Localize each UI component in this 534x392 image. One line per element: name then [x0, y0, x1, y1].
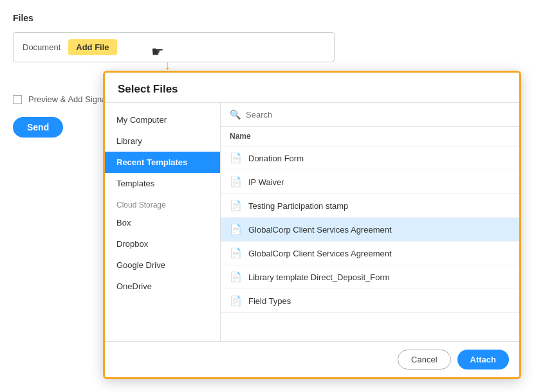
sidebar-item-box[interactable]: Box — [105, 212, 220, 233]
sidebar-item-google-drive[interactable]: Google Drive — [105, 254, 220, 276]
file-row[interactable]: 📄 Library template Direct_Deposit_Form — [221, 265, 519, 289]
file-row[interactable]: 📄 Donation Form — [221, 147, 519, 170]
file-row[interactable]: 📄 Field Types — [221, 289, 519, 313]
file-name: GlobalCorp Client Services Agreement — [248, 249, 392, 258]
send-button[interactable]: Send — [13, 117, 63, 138]
cancel-button[interactable]: Cancel — [398, 350, 450, 370]
file-name: IP Waiver — [248, 177, 284, 187]
sidebar-item-library[interactable]: Library — [105, 130, 220, 152]
select-files-dialog: Select Files My Computer Library Recent … — [103, 71, 521, 379]
file-icon: 📄 — [230, 152, 242, 164]
file-row-selected[interactable]: 📄 GlobalCorp Client Services Agreement — [221, 218, 519, 242]
search-input[interactable] — [246, 110, 510, 120]
file-row[interactable]: 📄 IP Waiver — [221, 170, 519, 194]
file-icon: 📄 — [230, 224, 242, 235]
dialog-body: My Computer Library Recent Templates Tem… — [105, 103, 519, 341]
files-col-header: Name — [221, 127, 519, 147]
file-name: GlobalCorp Client Services Agreement — [248, 225, 392, 235]
file-name: Donation Form — [248, 154, 304, 163]
cloud-storage-section-label: Cloud Storage — [105, 194, 220, 212]
file-name: Testing Participation stamp — [248, 201, 348, 211]
file-row[interactable]: 📄 GlobalCorp Client Services Agreement — [221, 242, 519, 265]
file-icon: 📄 — [230, 295, 242, 307]
file-row[interactable]: 📄 Testing Participation stamp — [221, 194, 519, 218]
sidebar-item-my-computer[interactable]: My Computer — [105, 109, 220, 130]
file-icon: 📄 — [230, 271, 242, 283]
document-field-row: Document Add File — [13, 32, 335, 62]
file-icon: 📄 — [230, 247, 242, 259]
file-icon: 📄 — [230, 200, 242, 211]
files-section-title: Files — [13, 13, 521, 23]
dialog-header: Select Files — [105, 73, 519, 103]
dialog-footer: Cancel Attach — [105, 341, 519, 377]
search-bar: 🔍 — [221, 103, 519, 127]
file-name: Library template Direct_Deposit_Form — [248, 272, 390, 282]
document-field-label: Document — [23, 42, 60, 52]
sidebar-item-templates[interactable]: Templates — [105, 173, 220, 194]
preview-label: Preview & Add Signa... — [28, 94, 113, 104]
content-area: 🔍 Name 📄 Donation Form 📄 IP Waiver 📄 Tes… — [221, 103, 519, 341]
file-icon: 📄 — [230, 176, 242, 188]
dialog-sidebar: My Computer Library Recent Templates Tem… — [105, 103, 221, 341]
sidebar-item-recent-templates[interactable]: Recent Templates — [105, 152, 220, 173]
dialog-title: Select Files — [118, 83, 506, 96]
file-name: Field Types — [248, 296, 291, 306]
sidebar-item-dropbox[interactable]: Dropbox — [105, 233, 220, 254]
attach-button[interactable]: Attach — [457, 350, 509, 370]
search-icon: 🔍 — [230, 109, 241, 120]
preview-checkbox[interactable] — [13, 95, 22, 104]
add-file-button[interactable]: Add File — [68, 39, 116, 55]
sidebar-item-onedrive[interactable]: OneDrive — [105, 276, 220, 297]
files-list: Name 📄 Donation Form 📄 IP Waiver 📄 Testi… — [221, 127, 519, 341]
